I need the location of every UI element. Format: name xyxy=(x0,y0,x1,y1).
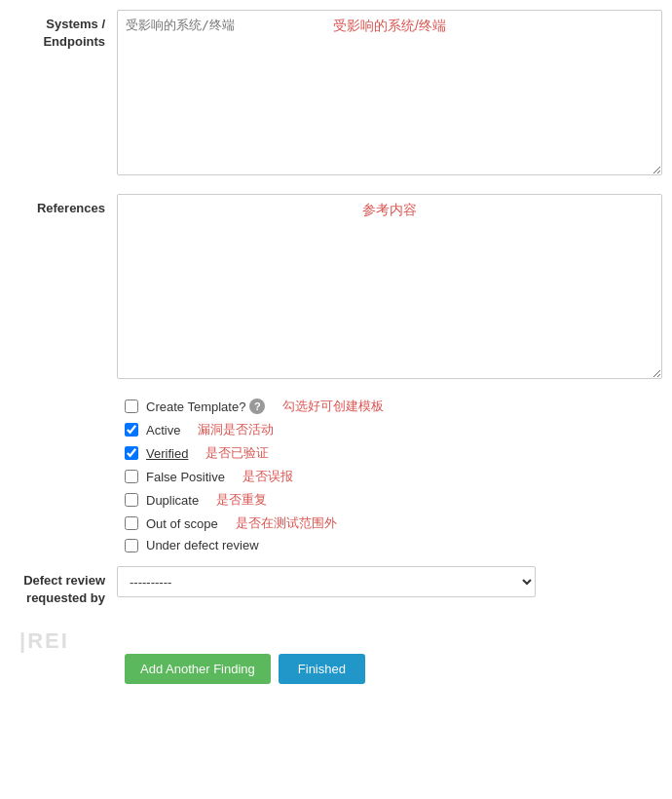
checkbox-row-verified: Verified 是否已验证 xyxy=(125,444,662,462)
create-template-checkbox[interactable] xyxy=(125,400,138,413)
references-textarea[interactable] xyxy=(117,194,662,379)
systems-textarea-wrapper: 受影响的系统/终端 xyxy=(117,10,662,178)
watermark-area: |REI xyxy=(10,625,662,654)
checkbox-row-active: Active 漏洞是否活动 xyxy=(125,421,662,438)
out-of-scope-text: Out of scope xyxy=(146,516,218,531)
verified-label: Verified xyxy=(146,446,188,461)
under-defect-review-label: Under defect review xyxy=(146,538,259,552)
action-buttons: Add Another Finding Finished xyxy=(125,654,662,684)
out-of-scope-label: Out of scope xyxy=(146,516,218,531)
active-checkbox[interactable] xyxy=(125,423,138,437)
verified-text: Verified xyxy=(146,446,188,461)
add-another-finding-button[interactable]: Add Another Finding xyxy=(125,654,271,684)
duplicate-label: Duplicate xyxy=(146,493,199,508)
checkbox-row-out-of-scope: Out of scope 是否在测试范围外 xyxy=(125,514,662,532)
false-positive-text: False Positive xyxy=(146,470,225,484)
references-row: References 参考内容 xyxy=(10,194,662,382)
checkbox-row-create-template: Create Template? ? 勾选好可创建模板 xyxy=(125,398,662,415)
references-control-wrap: 参考内容 xyxy=(117,194,662,382)
checkbox-row-false-positive: False Positive 是否误报 xyxy=(125,468,662,485)
active-label: Active xyxy=(146,423,180,438)
systems-control-wrap: 受影响的系统/终端 ± xyxy=(117,10,662,178)
references-label: References xyxy=(10,194,117,217)
duplicate-checkbox[interactable] xyxy=(125,493,138,507)
references-textarea-wrapper: 参考内容 xyxy=(117,194,662,382)
defect-select-wrap: ---------- xyxy=(117,566,536,597)
out-of-scope-checkbox[interactable] xyxy=(125,516,138,530)
defect-review-select[interactable]: ---------- xyxy=(117,566,536,597)
defect-review-label: Defect reviewrequested by xyxy=(10,566,117,607)
defect-review-row: Defect reviewrequested by ---------- xyxy=(10,566,662,607)
systems-label: Systems /Endpoints xyxy=(10,10,117,51)
checkbox-row-duplicate: Duplicate 是否重复 xyxy=(125,491,662,509)
duplicate-annotation: 是否重复 xyxy=(216,491,267,509)
active-annotation: 漏洞是否活动 xyxy=(198,421,274,438)
verified-annotation: 是否已验证 xyxy=(205,444,269,462)
verified-checkbox[interactable] xyxy=(125,446,138,460)
checkbox-row-under-defect-review: Under defect review xyxy=(125,538,662,552)
finished-button[interactable]: Finished xyxy=(279,654,365,684)
watermark-text: |REI xyxy=(19,628,69,654)
systems-textarea[interactable] xyxy=(117,10,662,175)
out-of-scope-annotation: 是否在测试范围外 xyxy=(236,514,337,532)
create-template-text: Create Template? xyxy=(146,400,245,414)
form-container: Systems /Endpoints 受影响的系统/终端 ± Reference… xyxy=(0,0,672,713)
create-template-annotation: 勾选好可创建模板 xyxy=(282,398,384,415)
false-positive-checkbox[interactable] xyxy=(125,470,138,483)
create-template-label: Create Template? ? xyxy=(146,399,265,414)
active-text: Active xyxy=(146,423,180,438)
false-positive-annotation: 是否误报 xyxy=(243,468,293,485)
checkboxes-section: Create Template? ? 勾选好可创建模板 Active 漏洞是否活… xyxy=(125,398,662,552)
under-defect-review-checkbox[interactable] xyxy=(125,539,138,552)
under-defect-review-text: Under defect review xyxy=(146,538,259,552)
help-icon[interactable]: ? xyxy=(249,399,265,414)
duplicate-text: Duplicate xyxy=(146,493,199,508)
false-positive-label: False Positive xyxy=(146,470,225,484)
systems-row: Systems /Endpoints 受影响的系统/终端 ± xyxy=(10,10,662,178)
